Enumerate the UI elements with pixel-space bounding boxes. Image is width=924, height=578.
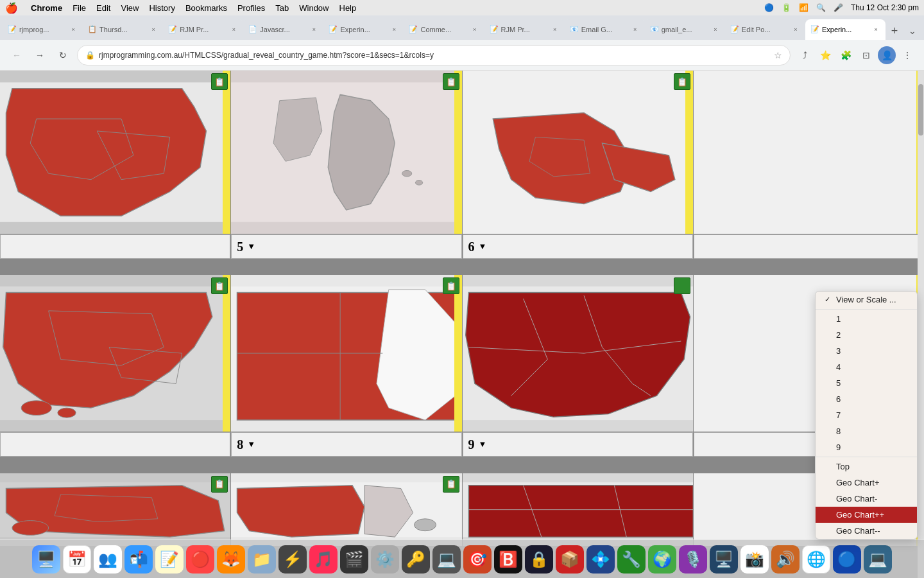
dock-files[interactable]: 📁 <box>248 545 276 574</box>
bookmark-star-icon[interactable]: ☆ <box>774 50 782 60</box>
cell-2-notepad[interactable]: 📋 <box>443 73 459 90</box>
menubar-tab[interactable]: Tab <box>275 3 289 13</box>
tab-9[interactable]: 📧 gmail_e... × <box>645 19 725 40</box>
dock-app7[interactable]: 💠 <box>586 545 615 574</box>
forward-button[interactable]: → <box>31 46 49 64</box>
tab-5[interactable]: 📝 Experin... × <box>323 19 404 40</box>
dock-app2[interactable]: ⚡ <box>278 545 307 574</box>
tab-7[interactable]: 📝 RJM Pr... × <box>484 19 565 40</box>
dock-contacts[interactable]: 👥 <box>94 545 122 574</box>
dock-app9[interactable]: 🖥️ <box>710 545 738 574</box>
address-bar[interactable]: 🔒 rjmprogramming.com.au/HTMLCSS/gradual_… <box>77 45 791 66</box>
dock-quicktime[interactable]: 🎬 <box>340 545 368 574</box>
dropdown-item-3[interactable]: 3 <box>816 343 917 359</box>
dock-maps[interactable]: 🌍 <box>648 545 676 574</box>
menubar-help[interactable]: Help <box>339 3 357 13</box>
bookmark-button[interactable]: ⭐ <box>816 46 834 64</box>
tab-6-close[interactable]: × <box>470 25 479 34</box>
new-tab-button[interactable]: + <box>886 22 903 40</box>
dropdown-item-4[interactable]: 4 <box>816 359 917 375</box>
dock-app10[interactable]: 🔊 <box>771 545 800 574</box>
scrollbar-thumb[interactable] <box>918 84 923 136</box>
dock-calendar[interactable]: 📅 <box>63 545 91 574</box>
dock-app3[interactable]: 🎯 <box>463 545 492 574</box>
cell-10-notepad[interactable]: 📋 <box>443 476 459 493</box>
dropdown-item-geochartmm[interactable]: Geo Chart-- <box>816 523 917 539</box>
back-button[interactable]: ← <box>8 46 26 64</box>
tab-2-close[interactable]: × <box>149 25 158 34</box>
extensions-button[interactable]: 🧩 <box>837 46 855 64</box>
dock-app1[interactable]: 🔴 <box>186 545 214 574</box>
split-view-button[interactable]: ⊡ <box>857 46 875 64</box>
tab-10[interactable]: 📝 Edit Po... × <box>725 19 805 40</box>
dock-photos[interactable]: 📸 <box>740 545 769 574</box>
tab-11-close[interactable]: × <box>871 25 880 34</box>
dock-app4[interactable]: 🅱️ <box>494 545 522 574</box>
tab-overflow-button[interactable]: ⌄ <box>903 22 921 40</box>
tab-3-close[interactable]: × <box>229 25 238 34</box>
dropdown-item-5[interactable]: 5 <box>816 375 917 391</box>
scrollbar-track[interactable] <box>918 71 924 578</box>
dock-settings[interactable]: ⚙️ <box>371 545 399 574</box>
tab-10-close[interactable]: × <box>791 25 800 34</box>
dropdown-item-geochartm[interactable]: Geo Chart- <box>816 491 917 507</box>
cell-5-notepad[interactable]: 📋 <box>211 277 228 294</box>
dropdown-item-top[interactable]: Top <box>816 459 917 475</box>
menubar-edit[interactable]: Edit <box>96 3 110 13</box>
dropdown-item-9[interactable]: 9 <box>816 439 917 455</box>
menubar-file[interactable]: File <box>73 3 86 13</box>
dock-laptop[interactable]: 💻 <box>432 545 461 574</box>
reload-button[interactable]: ↻ <box>54 46 72 64</box>
dock-mail[interactable]: 📬 <box>124 545 153 574</box>
dock-app8[interactable]: 🔧 <box>617 545 646 574</box>
cell-1-notepad[interactable]: 📋 <box>211 73 228 90</box>
menubar-profiles[interactable]: Profiles <box>237 3 265 13</box>
dropdown-item-2[interactable]: 2 <box>816 327 917 343</box>
dropdown-item-1[interactable]: 1 <box>816 311 917 327</box>
search-icon[interactable]: 🔍 <box>816 3 826 12</box>
tab-1[interactable]: 📝 rjmprog... × <box>3 19 83 40</box>
tab-8[interactable]: 📧 Email G... × <box>565 19 645 40</box>
dock-podcast[interactable]: 🎙️ <box>679 545 707 574</box>
menubar-view[interactable]: View <box>121 3 139 13</box>
dropdown-item-geochartpp[interactable]: Geo Chart++ <box>816 507 917 523</box>
dock-app6[interactable]: 📦 <box>556 545 584 574</box>
tab-8-close[interactable]: × <box>631 25 640 34</box>
dropdown-item-geochartp[interactable]: Geo Chart+ <box>816 475 917 491</box>
dock-music[interactable]: 🎵 <box>309 545 338 574</box>
apple-menu[interactable]: 🍎 <box>5 2 18 14</box>
map-cell-7 <box>463 275 693 432</box>
cell-9-notepad[interactable]: 📋 <box>211 476 228 493</box>
tab-11[interactable]: 📝 Experin... × <box>805 19 886 40</box>
tab-5-close[interactable]: × <box>389 25 398 34</box>
dropdown-item-6[interactable]: 6 <box>816 391 917 407</box>
siri-icon[interactable]: 🎤 <box>834 3 843 12</box>
menubar-chrome[interactable]: Chrome <box>31 3 62 13</box>
dock-app12[interactable]: 💻 <box>864 545 892 574</box>
tab-4[interactable]: 📄 Javascr... × <box>243 19 323 40</box>
tab-3[interactable]: 📝 RJM Pr... × <box>163 19 243 40</box>
tab-7-close[interactable]: × <box>551 25 560 34</box>
profile-avatar[interactable]: 👤 <box>878 46 896 64</box>
tab-4-close[interactable]: × <box>309 25 318 34</box>
tab-9-close[interactable]: × <box>711 25 720 34</box>
cell-3-notepad[interactable]: 📋 <box>674 73 690 90</box>
menubar-window[interactable]: Window <box>299 3 329 13</box>
tab-2[interactable]: 📋 Thursd... × <box>83 19 163 40</box>
dock-chrome[interactable]: 🌐 <box>802 545 830 574</box>
tab-6[interactable]: 📝 Comme... × <box>404 19 484 40</box>
menubar-bookmarks[interactable]: Bookmarks <box>185 3 227 13</box>
dock-app11[interactable]: 🔵 <box>833 545 861 574</box>
cell-6-notepad[interactable]: 📋 <box>443 277 459 294</box>
dock-notes[interactable]: 📝 <box>155 545 184 574</box>
dock-finder[interactable]: 🖥️ <box>32 545 60 574</box>
dropdown-item-8[interactable]: 8 <box>816 423 917 439</box>
dropdown-item-7[interactable]: 7 <box>816 407 917 423</box>
dock-app5[interactable]: 🔒 <box>525 545 553 574</box>
dock-passwords[interactable]: 🔑 <box>402 545 430 574</box>
tab-1-close[interactable]: × <box>69 25 78 34</box>
share-button[interactable]: ⤴ <box>796 46 814 64</box>
dock-firefox[interactable]: 🦊 <box>217 545 245 574</box>
more-options-button[interactable]: ⋮ <box>898 46 916 64</box>
menubar-history[interactable]: History <box>149 3 175 13</box>
